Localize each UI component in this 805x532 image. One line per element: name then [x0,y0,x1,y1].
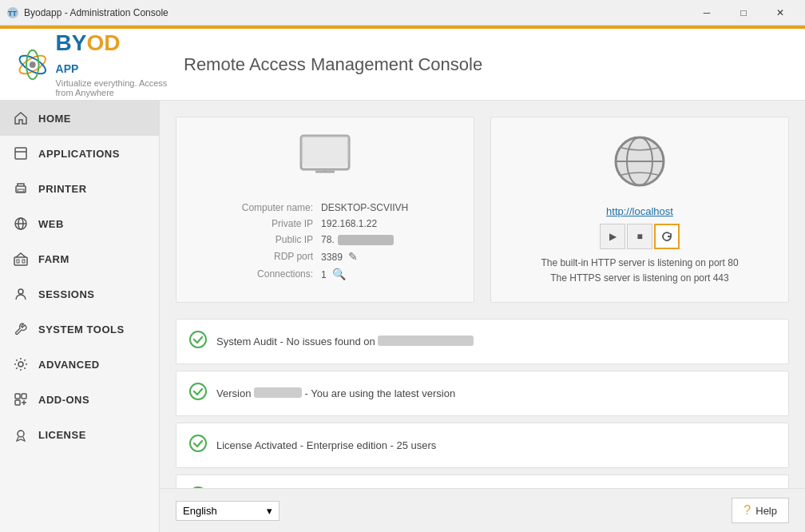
svg-rect-14 [17,260,19,263]
svg-rect-19 [22,394,26,399]
computer-info-table: Computer name: DESKTOP-SCVIIVH Private I… [237,199,414,284]
content-area: Computer name: DESKTOP-SCVIIVH Private I… [160,101,805,532]
logo-byod: BYOD APP [56,32,168,77]
printer-icon [13,181,29,197]
status-item-support: End of support date: [176,474,789,488]
app-icon: TT [6,6,19,19]
footer: English ▾ ? Help [160,488,805,532]
applications-icon [13,145,29,161]
minimize-button[interactable]: ─ [688,0,725,26]
status-text-audit: System Audit - No issues found on [216,335,474,347]
search-connections-icon[interactable]: 🔍 [332,268,346,280]
window-controls: ─ □ ✕ [688,0,799,26]
server-play-button[interactable]: ▶ [600,224,625,249]
help-circle-icon: ? [744,503,751,518]
sidebar-item-home[interactable]: HOME [0,101,159,136]
private-ip-value: 192.168.1.22 [318,216,411,231]
check-icon-audit [189,331,207,352]
check-icon-version [189,383,207,404]
window-title: Byodapp - Administration Console [24,7,688,18]
svg-rect-24 [303,138,347,167]
svg-text:TT: TT [8,10,17,18]
svg-point-30 [190,435,206,451]
svg-rect-15 [22,260,25,263]
header: BYOD APP Virtualize everything. Access f… [0,29,805,101]
page-header-title: Remote Access Management Console [184,54,482,75]
private-ip-label: Private IP [239,216,316,231]
status-text-license: License Activated - Enterprise edition -… [216,439,436,451]
info-panels: Computer name: DESKTOP-SCVIIVH Private I… [176,117,789,303]
localhost-link[interactable]: http://localhost [606,205,673,217]
close-button[interactable]: ✕ [762,0,799,26]
svg-point-28 [190,332,206,347]
server-status-text: The built-in HTTP server is listening on… [541,256,738,286]
sidebar-label-printer: PRINTER [38,183,87,195]
rdp-port-value: 3389 ✎ [318,248,411,264]
edit-rdp-icon[interactable]: ✎ [348,250,358,263]
sidebar-label-applications: APPLICATIONS [38,148,120,160]
logo-text: BYOD APP Virtualize everything. Access f… [56,32,168,97]
rdp-port-label: RDP port [239,248,316,264]
sidebar-item-license[interactable]: LICENSE [0,417,159,452]
chevron-down-icon: ▾ [267,505,272,517]
public-ip-value: 78. [318,232,411,247]
status-item-audit: System Audit - No issues found on [176,319,789,364]
server-stop-button[interactable]: ■ [627,224,652,249]
main-content: Computer name: DESKTOP-SCVIIVH Private I… [160,101,805,488]
computer-name-value: DESKTOP-SCVIIVH [318,200,411,215]
license-icon [13,427,29,443]
sidebar-label-home: HOME [38,113,71,125]
sidebar: HOME APPLICATIONS PRINTER [0,101,160,532]
svg-rect-9 [18,189,24,192]
svg-rect-6 [15,148,26,159]
svg-rect-18 [15,394,20,399]
advanced-icon [13,356,29,372]
sidebar-label-advanced: ADVANCED [38,359,100,371]
help-label: Help [755,505,777,517]
sidebar-item-addons[interactable]: ADD-ONS [0,382,159,417]
svg-point-21 [18,431,24,437]
computer-icon [297,133,353,191]
sidebar-label-farm: FARM [38,253,69,265]
server-restart-button[interactable] [654,224,680,249]
sidebar-label-addons: ADD-ONS [38,394,89,406]
svg-point-5 [30,62,36,68]
sidebar-label-license: LICENSE [38,429,86,441]
check-icon-license [189,435,207,456]
language-label: English [183,505,217,517]
svg-point-17 [18,362,23,367]
status-item-version: Version - You are using the latest versi… [176,371,789,416]
sessions-icon [13,286,29,302]
sidebar-item-printer[interactable]: PRINTER [0,171,159,206]
logo: BYOD APP Virtualize everything. Access f… [16,32,168,97]
addons-icon [13,391,29,407]
main-layout: HOME APPLICATIONS PRINTER [0,101,805,532]
web-icon [13,216,29,232]
maximize-button[interactable]: □ [725,0,762,26]
sidebar-label-web: WEB [38,218,64,230]
logo-tagline: Virtualize everything. Access from Anywh… [56,78,168,97]
connections-label: Connections: [239,266,316,282]
server-controls: ▶ ■ [600,224,680,249]
computer-panel: Computer name: DESKTOP-SCVIIVH Private I… [176,117,474,303]
language-selector[interactable]: English ▾ [176,501,280,521]
sidebar-item-farm[interactable]: FARM [0,241,159,276]
help-button[interactable]: ? Help [732,498,789,523]
sidebar-item-web[interactable]: WEB [0,206,159,241]
farm-icon [13,251,29,267]
status-item-license: License Activated - Enterprise edition -… [176,423,789,468]
sidebar-label-system-tools: SYSTEM TOOLS [38,324,125,335]
tools-icon [13,321,29,337]
server-panel: http://localhost ▶ ■ The built-in HTTP s… [490,117,789,303]
status-list: System Audit - No issues found on Versio… [176,319,789,488]
titlebar: TT Byodapp - Administration Console ─ □ … [0,0,805,26]
sidebar-label-sessions: SESSIONS [38,288,94,300]
sidebar-item-advanced[interactable]: ADVANCED [0,347,159,382]
logo-icon [16,39,50,90]
connections-value: 1 🔍 [318,266,411,282]
sidebar-item-system-tools[interactable]: SYSTEM TOOLS [0,312,159,347]
svg-rect-20 [15,400,20,405]
sidebar-item-sessions[interactable]: SESSIONS [0,276,159,312]
globe-icon [612,133,668,199]
sidebar-item-applications[interactable]: APPLICATIONS [0,136,159,171]
